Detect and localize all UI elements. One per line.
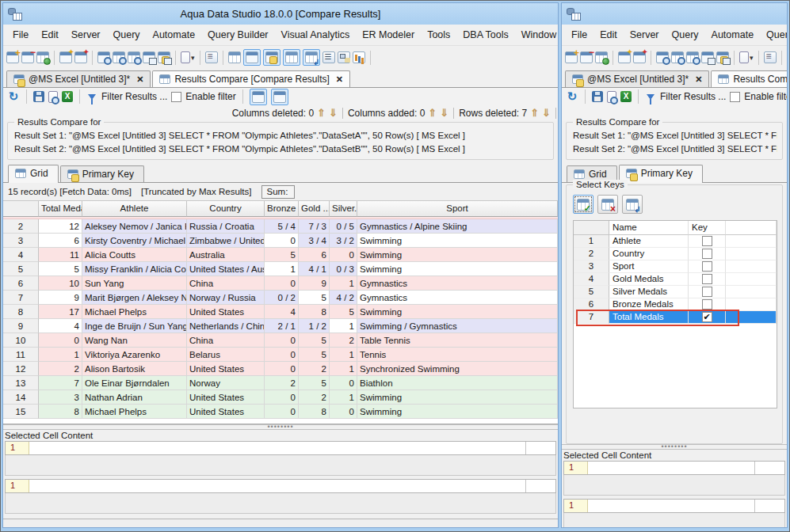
export-excel-icon[interactable]: X (62, 91, 73, 102)
grid-cell[interactable]: Belarus (187, 348, 265, 362)
selected-cell-editor-2[interactable]: 1 (563, 499, 785, 513)
selected-cell-editor-1[interactable]: 1 (563, 461, 785, 475)
key-row-bronze-medals[interactable]: 6Bronze Medals (574, 298, 777, 311)
grid-cell[interactable]: Michael Phelps (82, 405, 187, 419)
grid-cell[interactable]: 5 (330, 305, 357, 319)
key-checkbox[interactable] (702, 299, 712, 310)
table-row[interactable]: 212Aleksey Nemov / Janica KostelicRussia… (3, 219, 558, 234)
connect-icon[interactable] (618, 51, 631, 63)
grid-cell[interactable]: 3 / 2 (330, 234, 357, 248)
dropdown-arrow-icon[interactable]: ▾ (750, 54, 754, 62)
key-checkbox[interactable] (702, 274, 712, 284)
compare-window-icon[interactable] (158, 51, 170, 63)
grid-cell[interactable]: 2 (299, 390, 330, 405)
grid-cell[interactable]: 8 (299, 305, 330, 319)
chart-view-icon[interactable] (353, 51, 365, 63)
menu-edit[interactable]: Edit (35, 26, 65, 44)
enable-filter-checkbox[interactable] (730, 92, 740, 102)
key-checkbox[interactable] (702, 261, 712, 272)
next-diff-icon[interactable]: ⇓ (542, 107, 551, 119)
grid-cell[interactable]: Viktoriya Azarenko (82, 348, 187, 362)
row-number[interactable]: 6 (3, 276, 39, 291)
table-row[interactable]: 817Michael PhelpsUnited States485Swimmin… (3, 305, 558, 319)
filter-icon[interactable] (88, 94, 96, 100)
results-grid-icon[interactable] (228, 51, 241, 63)
grid-cell[interactable]: Gymnastics (357, 291, 558, 305)
row-number[interactable]: 2 (3, 219, 39, 234)
grid-cell[interactable]: 7 / 3 (299, 219, 330, 234)
grid-cell[interactable]: 2 / 1 (265, 319, 299, 333)
grid-cell[interactable]: 8 (39, 405, 82, 419)
grid-cell[interactable]: Swimming / Gymnastics (357, 319, 558, 333)
key-name[interactable]: Athlete (609, 235, 689, 248)
row-number[interactable]: 14 (3, 390, 39, 405)
row-number[interactable]: 13 (3, 376, 39, 390)
grid-cell[interactable]: Sun Yang (82, 276, 187, 291)
grid-cell[interactable]: 4 (265, 305, 299, 319)
grid-cell[interactable]: Australia (187, 248, 265, 262)
row-number-header[interactable] (3, 201, 39, 217)
table-row[interactable]: 94Inge de Bruijn / Sun YangNetherlands /… (3, 319, 558, 333)
grid-cell[interactable]: Wang Nan (82, 333, 187, 348)
export-excel-icon[interactable]: X (620, 91, 632, 102)
table-row[interactable]: 137Ole Einar BjørndalenNorway250Biathlon (3, 376, 558, 390)
prev-diff-icon[interactable]: ⇑ (317, 107, 326, 119)
menu-edit[interactable]: Edit (593, 26, 624, 44)
key-row-total-medals[interactable]: 7Total Medals (574, 311, 777, 324)
prev-diff-icon[interactable]: ⇑ (530, 107, 539, 119)
key-name[interactable]: Silver Medals (609, 286, 689, 298)
row-number[interactable]: 7 (3, 291, 39, 305)
grid-cell[interactable]: Swimming (357, 262, 558, 276)
key-checkbox[interactable] (702, 312, 712, 322)
row-number[interactable]: 10 (3, 333, 39, 348)
table-row[interactable]: 111Viktoriya AzarenkoBelarus051Tennis (3, 348, 558, 362)
menu-query-builder[interactable]: Query Builder (760, 26, 787, 44)
compare-window-icon[interactable] (716, 51, 729, 63)
menu-query[interactable]: Query (666, 26, 705, 44)
enable-filter-checkbox[interactable] (171, 92, 181, 102)
table-row[interactable]: 55Missy Franklin / Alicia CouttsUnited S… (3, 262, 558, 276)
table-row[interactable]: 36Kirsty Coventry / Michael PhelpsZimbab… (3, 234, 558, 248)
refresh-icon[interactable]: ↻ (7, 89, 20, 104)
grid-cell[interactable]: 6 (39, 234, 82, 248)
grid-cell[interactable]: Alison Bartosik (82, 362, 187, 376)
selected-cell-editor-1[interactable]: 1 (5, 441, 556, 455)
grid-cell[interactable]: 0 (330, 376, 357, 390)
column-header-bronze[interactable]: Bronze ... (265, 201, 299, 217)
row-number[interactable]: 15 (3, 405, 39, 419)
find-results-window-icon[interactable] (113, 51, 125, 63)
find-query-window-icon[interactable] (656, 51, 669, 63)
grid-cell[interactable]: 2 (330, 333, 357, 348)
grid-cell[interactable]: 5 / 4 (265, 219, 299, 234)
grid-cell[interactable]: 4 (39, 319, 82, 333)
column-header-silver[interactable]: Silver... (330, 201, 357, 217)
grid-cell[interactable]: Biathlon (357, 376, 558, 390)
disconnect-icon[interactable] (633, 51, 646, 63)
compare-results-grid[interactable]: Total MedalsAthleteCountryBronze ...Gold… (3, 201, 558, 424)
duplicate-window-icon[interactable] (701, 51, 714, 63)
menu-er-modeler[interactable]: ER Modeler (356, 26, 421, 44)
table-row[interactable]: 122Alison BartosikUnited States021Synchr… (3, 362, 558, 376)
close-tab-icon[interactable]: ✕ (695, 74, 702, 85)
grid-cell[interactable]: 8 (299, 405, 330, 419)
grid-cell[interactable]: 17 (39, 305, 82, 319)
menu-server[interactable]: Server (624, 26, 666, 44)
db-panel-icon[interactable] (265, 51, 278, 63)
grid-cell[interactable]: 5 (299, 376, 330, 390)
grid-cell[interactable]: 0 (330, 248, 357, 262)
grid-cell[interactable]: 3 / 4 (299, 234, 330, 248)
connect-server-icon[interactable] (36, 51, 49, 63)
clear-keys-button[interactable] (597, 195, 618, 214)
find-results-window-icon[interactable] (671, 51, 684, 63)
table-row[interactable]: 610Sun YangChina091Gymnastics (3, 276, 558, 291)
filter-icon[interactable] (647, 94, 655, 100)
key-row-sport[interactable]: 3Sport (574, 260, 777, 273)
close-tab-icon[interactable]: ✕ (336, 74, 343, 85)
grid-cell[interactable]: 0 / 2 (265, 291, 299, 305)
grid-cell[interactable]: Swimming (357, 234, 558, 248)
grid-cell[interactable]: 0 (265, 234, 299, 248)
tab-primary-key[interactable]: Primary Key (619, 165, 703, 183)
key-checkbox[interactable] (702, 236, 712, 246)
new-document-icon[interactable] (739, 51, 749, 63)
key-row-silver-medals[interactable]: 5Silver Medals (574, 286, 777, 298)
